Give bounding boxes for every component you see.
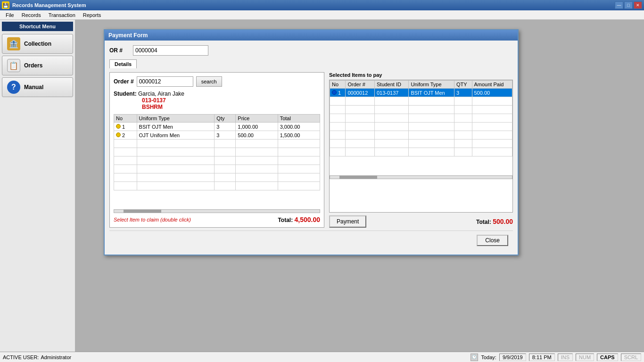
order-label: Order # (114, 78, 134, 85)
payment-button[interactable]: Payment (329, 215, 366, 228)
app-title: Records Management System (12, 2, 86, 8)
maximize-button[interactable]: □ (624, 1, 633, 9)
hint-text: Select Item to claim (double click) (114, 217, 191, 222)
rcol-studentid: Student ID (374, 81, 408, 89)
left-total: Total: 4,500.00 (278, 216, 320, 223)
right-table-container: No Order # Student ID Uniform Type QTY A… (329, 80, 513, 213)
table-row[interactable]: 2 OJT Uniform Men 3 500.00 1,500.00 (114, 131, 320, 140)
search-button[interactable]: search (196, 76, 222, 87)
total-right-value: 500.00 (493, 218, 513, 225)
left-panel-footer: Select Item to claim (double click) Tota… (114, 216, 320, 223)
left-table-wrapper: No Uniform Type Qty Price Total (114, 114, 320, 208)
rcol-amount: Amount Paid (472, 81, 512, 89)
student-id: 013-0137 (142, 97, 166, 104)
window-controls: — □ ✕ (615, 1, 642, 9)
status-bar: ACTIVE USER: Administrator 🕐 Today: 9/9/… (0, 352, 644, 362)
total-right-label: Total: (476, 219, 491, 225)
manual-label: Manual (24, 84, 43, 90)
menu-reports[interactable]: Reports (79, 11, 105, 19)
sidebar: Shortcut Menu 🏦 Collection 📋 Orders ? Ma… (0, 20, 75, 352)
table-row-empty (330, 106, 512, 114)
right-panel: Selected Items to pay No Order # Student… (329, 72, 513, 228)
student-info: Student: Garcia, Airan Jake 013-0137 BSH… (114, 90, 320, 110)
collection-icon: 🏦 (7, 37, 20, 50)
student-label: Student: (114, 90, 137, 97)
app-icon: 💾 (2, 1, 9, 9)
close-window-button[interactable]: ✕ (634, 1, 642, 9)
table-row[interactable]: 1 0000012 013-0137 BSIT OJT Men 3 500.00 (330, 89, 512, 97)
menu-records[interactable]: Records (18, 11, 45, 19)
right-panel-label: Selected Items to pay (329, 72, 513, 78)
panels: Order # search Student: Garcia, Airan Ja… (109, 72, 513, 228)
col-no: No (114, 115, 137, 123)
or-input[interactable] (133, 45, 208, 56)
sidebar-item-manual[interactable]: ? Manual (2, 77, 73, 97)
menu-transaction[interactable]: Transaction (45, 11, 79, 19)
menu-file[interactable]: File (2, 11, 18, 19)
right-scroll-thumb (339, 176, 377, 179)
col-price: Price (236, 115, 278, 123)
table-row-empty (114, 156, 320, 165)
table-row-empty (114, 140, 320, 148)
tab-strip: Details (109, 59, 513, 68)
scrl-indicator: SCRL (621, 354, 641, 361)
clock-icon: 🕐 (471, 354, 478, 361)
table-row-empty (330, 114, 512, 123)
left-panel: Order # search Student: Garcia, Airan Ja… (109, 72, 324, 228)
status-left: ACTIVE USER: Administrator (3, 354, 471, 360)
tab-details[interactable]: Details (109, 59, 137, 68)
time-display: 8:11 PM (529, 354, 555, 361)
rcol-order: Order # (346, 81, 375, 89)
today-label: Today: (481, 354, 496, 360)
table-row-empty (330, 148, 512, 156)
content-area: Payment Form OR # Details (75, 20, 644, 352)
minimize-button[interactable]: — (615, 1, 623, 9)
scroll-thumb (124, 210, 161, 213)
rcol-qty: QTY (454, 81, 472, 89)
title-bar: 💾 Records Management System — □ ✕ (0, 0, 644, 10)
caps-indicator: CAPS (597, 354, 618, 361)
right-table: No Order # Student ID Uniform Type QTY A… (330, 80, 512, 156)
dialog-footer: Close (109, 230, 513, 250)
menu-bar: File Records Transaction Reports (0, 10, 644, 20)
manual-icon: ? (7, 81, 20, 94)
or-label: OR # (109, 47, 128, 54)
col-qty: Qty (215, 115, 236, 123)
left-table: No Uniform Type Qty Price Total (114, 114, 320, 190)
col-uniform-type: Uniform Type (137, 115, 215, 123)
student-name: Garcia, Airan Jake (138, 90, 184, 97)
dot-icon (116, 132, 121, 137)
dot-icon (116, 124, 121, 129)
dot-blue-icon (332, 90, 337, 95)
dialog-body: OR # Details Order # search (105, 41, 518, 255)
right-table-scrollbar[interactable] (330, 175, 512, 179)
left-table-scrollbar[interactable] (114, 209, 320, 213)
total-left-value: 4,500.00 (295, 216, 321, 223)
payment-form-dialog: Payment Form OR # Details (104, 29, 519, 255)
username: Administrator (41, 354, 71, 360)
orders-label: Orders (24, 62, 42, 69)
table-row-empty (114, 165, 320, 173)
collection-label: Collection (24, 41, 51, 47)
order-row: Order # search (114, 76, 320, 87)
rcol-type: Uniform Type (409, 81, 454, 89)
close-button[interactable]: Close (477, 235, 508, 246)
sidebar-item-collection[interactable]: 🏦 Collection (2, 34, 73, 54)
col-total: Total (278, 115, 320, 123)
dialog-title: Payment Form (105, 30, 518, 41)
right-panel-footer: Payment Total: 500.00 (329, 215, 513, 228)
order-input[interactable] (137, 76, 193, 87)
rcol-no: No (330, 81, 346, 89)
table-row-empty (330, 140, 512, 148)
right-table-wrapper: No Order # Student ID Uniform Type QTY A… (330, 80, 512, 174)
orders-icon: 📋 (7, 59, 20, 72)
right-total: Total: 500.00 (476, 218, 513, 225)
table-row-empty (330, 97, 512, 106)
status-right: 🕐 Today: 9/9/2019 8:11 PM INS NUM CAPS S… (471, 354, 641, 361)
table-row-empty (114, 148, 320, 156)
table-row-empty (330, 131, 512, 140)
table-row[interactable]: 1 BSIT OJT Men 3 1,000.00 3,000.00 (114, 123, 320, 131)
sidebar-item-orders[interactable]: 📋 Orders (2, 56, 73, 75)
num-indicator: NUM (576, 354, 594, 361)
total-left-label: Total: (278, 217, 293, 223)
